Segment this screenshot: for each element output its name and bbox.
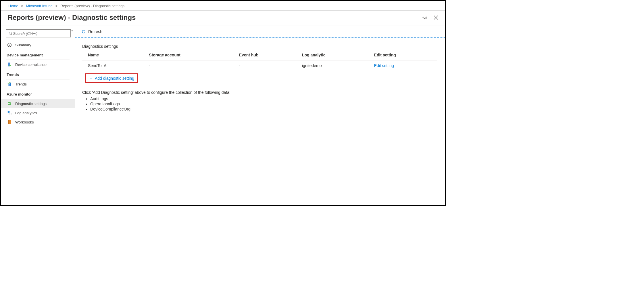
workbooks-icon <box>7 120 12 124</box>
breadcrumb-intune[interactable]: Microsoft Intune <box>26 4 53 8</box>
cell-eventhub: - <box>233 60 296 71</box>
svg-point-6 <box>9 44 10 44</box>
sidebar-section-header: Trends <box>1 69 75 78</box>
device-compliance-icon <box>7 62 12 67</box>
cell-name: SendToLA <box>82 60 143 71</box>
cell-loganalytic: ignitedemo <box>296 60 368 71</box>
sidebar-item-workbooks[interactable]: Workbooks <box>1 117 75 127</box>
refresh-button[interactable]: Refresh <box>81 29 102 34</box>
svg-line-3 <box>11 34 12 35</box>
sidebar-item-label: Trends <box>15 82 27 86</box>
sidebar-item-summary[interactable]: Summary <box>1 40 75 50</box>
table-row: SendToLA - - ignitedemo Edit setting <box>82 60 437 71</box>
col-name: Name <box>82 51 143 60</box>
close-icon <box>434 15 438 20</box>
svg-rect-14 <box>9 113 9 115</box>
svg-rect-9 <box>9 83 10 86</box>
add-diagnostic-setting-button[interactable]: ＋ Add diagnostic setting <box>85 73 138 83</box>
hint-list: AuditLogs OperationalLogs DeviceComplian… <box>90 96 437 111</box>
svg-rect-16 <box>11 113 11 115</box>
sidebar-item-label: Diagnostic settings <box>15 102 47 106</box>
pin-button[interactable] <box>421 14 428 21</box>
cell-storage: - <box>143 60 233 71</box>
refresh-label: Refresh <box>88 29 102 34</box>
collapse-sidebar-button[interactable]: « <box>71 29 73 32</box>
edit-setting-link[interactable]: Edit setting <box>374 63 394 68</box>
sidebar-item-label: Workbooks <box>15 120 34 124</box>
breadcrumb-separator-icon: > <box>55 4 58 8</box>
sidebar-section-header: Azure monitor <box>1 89 75 98</box>
sidebar-item-device-compliance[interactable]: Device compliance <box>1 60 75 69</box>
hint-item: AuditLogs <box>90 96 437 101</box>
breadcrumb-separator-icon: > <box>21 4 23 8</box>
breadcrumb-home[interactable]: Home <box>8 4 18 8</box>
svg-rect-13 <box>8 113 8 115</box>
sidebar-item-label: Summary <box>15 43 31 47</box>
svg-rect-18 <box>8 120 9 124</box>
hint-item: DeviceComplianceOrg <box>90 107 437 111</box>
content-pane: Refresh Diagnostics settings Name Storag… <box>75 26 445 202</box>
sidebar-search[interactable] <box>6 29 71 37</box>
hint-text: Click 'Add Diagnostic setting' above to … <box>82 90 437 95</box>
diagnostic-icon <box>7 101 12 106</box>
sidebar-item-label: Device compliance <box>15 62 47 67</box>
col-eventhub: Event hub <box>233 51 296 60</box>
svg-rect-10 <box>10 83 11 86</box>
hint-item: OperationalLogs <box>90 102 437 106</box>
plus-icon: ＋ <box>89 76 93 81</box>
search-input[interactable] <box>12 31 68 36</box>
sidebar-item-trends[interactable]: Trends <box>1 79 75 89</box>
breadcrumb: Home > Microsoft Intune > Reports (previ… <box>1 1 445 10</box>
close-button[interactable] <box>433 14 439 21</box>
refresh-icon <box>81 29 86 34</box>
sidebar: « Summary Device management <box>1 26 75 202</box>
col-storage: Storage account <box>143 51 233 60</box>
diagnostics-panel: Diagnostics settings Name Storage accoun… <box>75 37 445 193</box>
col-edit: Edit setting <box>368 51 437 60</box>
add-diagnostic-label: Add diagnostic setting <box>95 76 134 81</box>
sidebar-item-log-analytics[interactable]: Log analytics <box>1 108 75 117</box>
breadcrumb-current: Reports (preview) - Diagnostic settings <box>60 4 124 8</box>
search-icon <box>9 31 12 35</box>
info-icon <box>7 43 12 47</box>
svg-point-2 <box>9 32 11 34</box>
sidebar-item-label: Log analytics <box>15 111 37 115</box>
page-title: Reports (preview) - Diagnostic settings <box>8 14 421 22</box>
panel-heading: Diagnostics settings <box>82 44 437 49</box>
command-bar: Refresh <box>75 26 445 37</box>
svg-rect-15 <box>10 114 10 115</box>
trends-icon <box>7 82 12 86</box>
svg-point-12 <box>8 111 10 113</box>
sidebar-section-header: Device management <box>1 50 75 58</box>
pin-icon <box>422 15 427 20</box>
col-loganalytic: Log analytic <box>296 51 368 60</box>
diagnostics-table: Name Storage account Event hub Log analy… <box>82 51 437 71</box>
svg-rect-8 <box>8 84 9 86</box>
sidebar-item-diagnostic-settings[interactable]: Diagnostic settings <box>1 99 75 108</box>
log-analytics-icon <box>7 111 12 115</box>
